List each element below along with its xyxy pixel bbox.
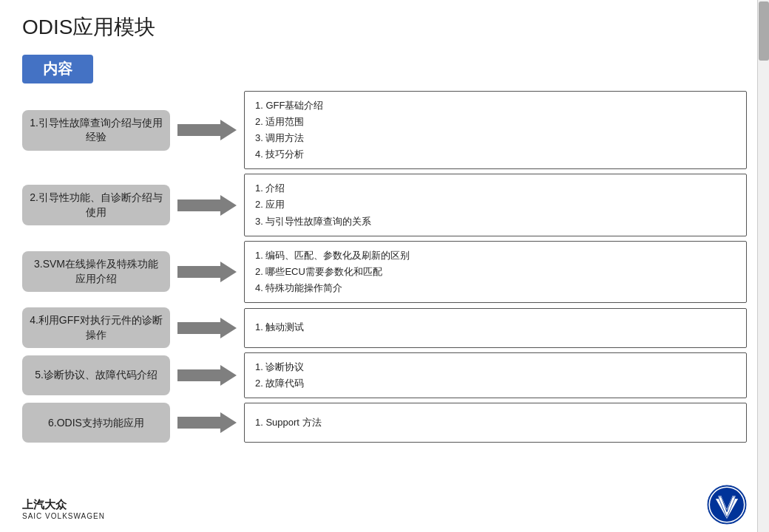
list-item: 1. 介绍	[255, 180, 371, 197]
brand-en: SAIC VOLKSWAGEN	[22, 512, 105, 520]
row-row5: 5.诊断协议、故障代码介绍 1. 诊断协议2. 故障代码	[22, 352, 747, 398]
row-row1: 1.引导性故障查询介绍与使用经验 1. GFF基础介绍2. 适用范围3. 调用方…	[22, 91, 747, 169]
content-area: 内容 1.引导性故障查询介绍与使用经验 1. GFF基础介绍2. 适用范围3. …	[22, 55, 747, 443]
right-box-row6: 1. Support 方法	[244, 403, 747, 443]
list-item: 1. GFF基础介绍	[255, 98, 323, 114]
svg-marker-0	[177, 120, 237, 140]
left-box-row3: 3.SVM在线操作及特殊功能应用介绍	[22, 251, 170, 292]
list-item: 2. 适用范围	[255, 114, 323, 130]
arrow-row5	[170, 362, 244, 389]
row-row6: 6.ODIS支持功能应用 1. Support 方法	[22, 403, 747, 443]
right-box-row2: 1. 介绍2. 应用3. 与引导性故障查询的关系	[244, 174, 747, 236]
list-item: 2. 应用	[255, 197, 371, 213]
right-box-row3: 1. 编码、匹配、参数化及刷新的区别2. 哪些ECU需要参数化和匹配4. 特殊功…	[244, 241, 747, 303]
list-item: 3. 调用方法	[255, 130, 323, 146]
list-item: 1. 编码、匹配、参数化及刷新的区别	[255, 248, 410, 264]
left-box-row2: 2.引导性功能、自诊断介绍与使用	[22, 185, 170, 225]
svg-marker-1	[177, 195, 237, 216]
brand-area: 上汽大众 SAIC VOLKSWAGEN	[22, 498, 105, 520]
list-item: 1. 诊断协议	[255, 359, 304, 375]
arrow-row4	[170, 315, 244, 341]
scrollbar-thumb[interactable]	[759, 1, 769, 61]
page-title: ODIS应用模块	[0, 0, 769, 49]
row-row2: 2.引导性功能、自诊断介绍与使用 1. 介绍2. 应用3. 与引导性故障查询的关…	[22, 174, 747, 236]
left-box-row6: 6.ODIS支持功能应用	[22, 403, 170, 443]
left-box-row5: 5.诊断协议、故障代码介绍	[22, 355, 170, 395]
svg-marker-4	[177, 365, 237, 386]
arrow-row2	[170, 192, 244, 219]
svg-marker-3	[177, 318, 237, 338]
vw-logo	[707, 485, 747, 525]
list-item: 4. 特殊功能操作简介	[255, 280, 410, 296]
list-item: 2. 哪些ECU需要参数化和匹配	[255, 264, 410, 280]
list-item: 4. 技巧分析	[255, 146, 323, 163]
brand-cn: 上汽大众	[22, 498, 105, 512]
rows-container: 1.引导性故障查询介绍与使用经验 1. GFF基础介绍2. 适用范围3. 调用方…	[22, 91, 747, 443]
list-item: 3. 与引导性故障查询的关系	[255, 214, 371, 230]
right-box-row1: 1. GFF基础介绍2. 适用范围3. 调用方法4. 技巧分析	[244, 91, 747, 169]
list-item: 1. Support 方法	[255, 415, 322, 431]
scrollbar[interactable]	[757, 0, 769, 532]
svg-marker-5	[177, 412, 237, 433]
svg-marker-2	[177, 262, 237, 282]
right-box-row4: 1. 触动测试	[244, 308, 747, 348]
left-box-row4: 4.利用GFF对执行元件的诊断操作	[22, 307, 170, 348]
arrow-row6	[170, 409, 244, 436]
content-label: 内容	[22, 55, 93, 83]
list-item: 2. 故障代码	[255, 375, 304, 392]
arrow-row3	[170, 259, 244, 285]
arrow-row1	[170, 117, 244, 143]
right-box-row5: 1. 诊断协议2. 故障代码	[244, 352, 747, 398]
list-item: 1. 触动测试	[255, 319, 304, 335]
left-box-row1: 1.引导性故障查询介绍与使用经验	[22, 110, 170, 151]
row-row3: 3.SVM在线操作及特殊功能应用介绍 1. 编码、匹配、参数化及刷新的区别2. …	[22, 241, 747, 303]
row-row4: 4.利用GFF对执行元件的诊断操作 1. 触动测试	[22, 307, 747, 348]
